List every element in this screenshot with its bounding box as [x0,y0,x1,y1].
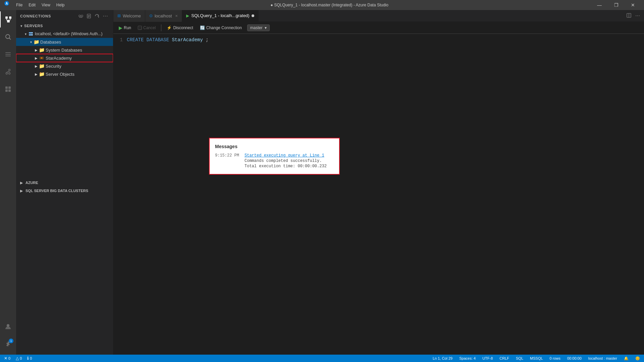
system-databases-item[interactable]: ▶ 📁 System Databases [16,46,113,54]
maximize-button[interactable]: ❐ [608,0,624,10]
status-connection[interactable]: localhost : master [587,355,619,362]
status-notify[interactable]: 🔔 [623,355,630,362]
server-objects-item[interactable]: ▶ 📁 Server Objects [16,70,113,78]
messages-panel: Messages 9:15:22 PM Started executing qu… [209,138,340,175]
change-connection-button[interactable]: 🔄 Change Connection [197,24,245,31]
cancel-button[interactable]: ◻ Cancel [135,24,158,31]
svg-point-13 [6,73,8,74]
svg-point-20 [7,324,9,327]
editor-content[interactable]: 1 CREATE DATABASE StarAcademy ; [113,34,644,355]
cancel-label: Cancel [143,25,156,30]
status-spaces[interactable]: Spaces: 4 [458,355,477,362]
star-academy-chevron: ▶ [34,55,39,61]
database-selector-chevron: ▾ [265,25,267,30]
tab-localhost[interactable]: ⊙ localhost ✕ [145,10,182,22]
bigdata-chevron: ▶ [19,188,24,193]
status-feedback[interactable]: 😊 [634,355,641,362]
close-button[interactable]: ✕ [625,0,641,10]
welcome-tab-label: Welcome [123,13,141,18]
tab-sqlquery[interactable]: ▶ SQLQuery_1 - localh...grated) [182,10,258,22]
security-chevron: ▶ [34,63,39,69]
encoding-value: UTF-8 [482,356,493,360]
refresh-button[interactable] [94,13,100,19]
status-dialect[interactable]: MSSQL [529,355,544,362]
activity-account[interactable] [0,318,16,335]
tree-view: ▾ SERVERS ▾ localhost, <default> (Window… [16,22,113,355]
keyword-create: CREATE [127,37,144,43]
split-editor-button[interactable] [625,12,633,20]
security-item[interactable]: ▶ 📁 Security [16,62,113,70]
activity-git[interactable] [0,64,16,80]
databases-folder-icon: 📁 [34,39,39,45]
activity-bottom: 1 [0,318,16,355]
activity-connections[interactable] [0,11,16,27]
sidebar-header: CONNECTIONS [16,10,113,22]
status-warnings[interactable]: △ 0 [14,355,23,362]
cursor-position: Ln 1, Col 29 [433,356,452,360]
status-info[interactable]: ℹ 0 [26,355,33,362]
server-objects-icon: 📁 [39,71,44,77]
app-body: 1 CONNECTIONS [0,10,644,355]
new-query-button[interactable] [86,13,92,19]
menu-edit[interactable]: Edit [26,0,38,10]
svg-rect-2 [5,16,8,19]
activity-bar: 1 [0,10,16,355]
messages-link[interactable]: Started executing query at Line 1 [245,153,327,158]
bigdata-section[interactable]: ▶ SQL SERVER BIG DATA CLUSTERS [16,187,113,195]
system-databases-icon: 📁 [39,47,44,53]
more-actions-button[interactable]: ⋯ [102,13,109,19]
azure-label: AZURE [25,181,38,185]
localhost-tab-icon: ⊙ [149,13,153,18]
minimize-button[interactable]: — [592,0,607,10]
star-academy-item[interactable]: ▶ StarAcademy [16,54,113,62]
activity-search[interactable] [0,29,16,45]
status-time[interactable]: 00:00:00 [566,355,583,362]
server-label: localhost, <default> (Windows Auth...) [35,32,102,36]
servers-label: SERVERS [24,24,43,28]
databases-item[interactable]: ▾ 📁 Databases [16,38,113,46]
menu-view[interactable]: View [39,0,53,10]
svg-point-37 [41,57,42,59]
menu-file[interactable]: File [13,0,25,10]
status-rows[interactable]: 0 rows [548,355,562,362]
server-objects-chevron: ▶ [34,71,39,77]
code-area[interactable]: CREATE DATABASE StarAcademy ; [127,37,209,352]
activity-settings[interactable]: 1 [0,336,16,352]
status-line-ending[interactable]: CRLF [498,355,511,362]
tab-welcome[interactable]: ⊞ Welcome [113,10,145,22]
run-button[interactable]: ▶ Run [116,24,134,32]
status-language[interactable]: SQL [515,355,525,362]
settings-badge: 1 [9,339,13,343]
system-databases-label: System Databases [46,48,82,53]
activity-extensions[interactable] [0,81,16,97]
run-label: Run [124,25,131,30]
disconnect-button[interactable]: ⚡ Disconnect [164,24,196,31]
server-item[interactable]: ▾ localhost, <default> (Windows Auth...) [16,30,113,38]
database-selector[interactable]: master ▾ [247,24,270,31]
servers-section-header[interactable]: ▾ SERVERS [16,22,113,30]
feedback-icon: 😊 [635,356,640,361]
sqlquery-tab-icon: ▶ [186,13,189,18]
svg-rect-18 [5,89,8,92]
localhost-tab-close[interactable]: ✕ [175,14,178,18]
change-connection-icon: 🔄 [200,25,205,30]
error-count: 0 [8,356,10,360]
main-content: ⊞ Welcome ⊙ localhost ✕ ▶ SQLQuery_1 - l… [113,10,644,355]
menu-help[interactable]: Help [54,0,67,10]
notify-icon: 🔔 [624,356,629,361]
svg-rect-12 [5,56,11,56]
bigdata-label: SQL SERVER BIG DATA CLUSTERS [25,189,88,193]
status-errors[interactable]: ✕ 0 [3,355,12,362]
more-tabs-button[interactable]: ⋯ [634,12,641,20]
status-cursor[interactable]: Ln 1, Col 29 [431,355,454,362]
new-connection-button[interactable] [77,13,84,19]
databases-chevron: ▾ [28,39,34,45]
azure-section[interactable]: ▶ AZURE [16,179,113,187]
databases-label: Databases [40,40,61,45]
svg-rect-11 [5,54,11,55]
server-chevron: ▾ [23,31,28,37]
disconnect-icon: ⚡ [167,25,172,30]
status-encoding[interactable]: UTF-8 [481,355,494,362]
activity-explorer[interactable] [0,46,16,62]
info-icon: ℹ [27,356,29,361]
